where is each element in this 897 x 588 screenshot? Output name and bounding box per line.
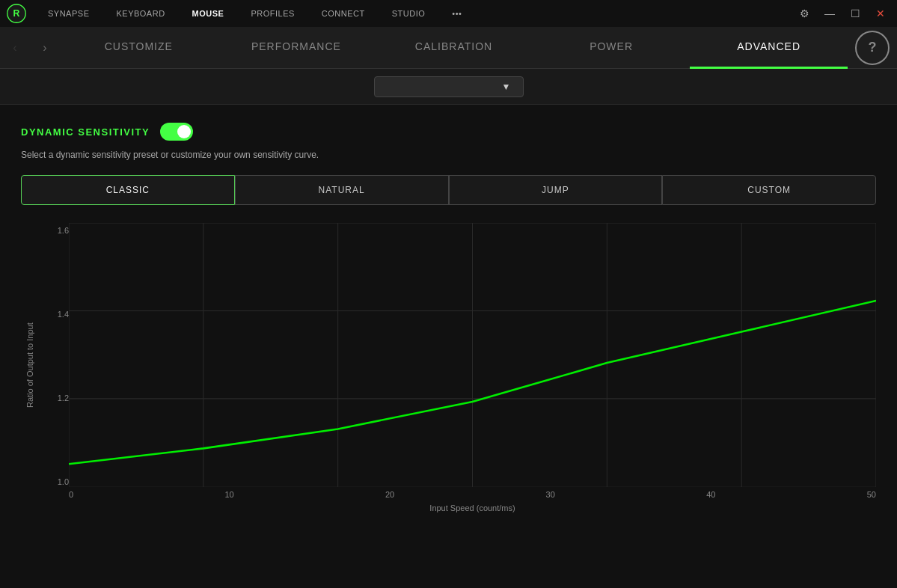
title-nav-item-keyboard[interactable]: KEYBOARD: [102, 0, 178, 27]
title-nav-item-more[interactable]: •••: [438, 0, 475, 27]
title-nav-item-mouse[interactable]: MOUSE: [179, 0, 238, 27]
title-nav-item-connect[interactable]: CONNECT: [308, 0, 379, 27]
settings-button[interactable]: ⚙: [794, 3, 815, 24]
maximize-button[interactable]: ☐: [845, 3, 866, 24]
preset-btn-natural[interactable]: NATURAL: [235, 175, 449, 205]
x-tick-0: 0: [69, 490, 73, 499]
y-tick-4: 1.0: [46, 477, 69, 486]
tab-forward-button[interactable]: ›: [30, 27, 60, 69]
y-tick-3: 1.2: [46, 393, 69, 402]
help-button[interactable]: ?: [855, 31, 890, 65]
x-tick-10: 10: [224, 490, 233, 499]
y-tick-1: 1.6: [46, 226, 69, 235]
section-description: Select a dynamic sensitivity preset or c…: [21, 150, 876, 160]
tab-power[interactable]: POWER: [533, 27, 691, 69]
minimize-button[interactable]: —: [819, 3, 840, 24]
title-nav-item-synapse[interactable]: SYNAPSE: [34, 0, 102, 27]
preset-btn-classic[interactable]: CLASSIC: [21, 175, 235, 205]
chart-area: 0 10 20 30 40 50 Input Speed (count/ms): [69, 223, 876, 507]
dynamic-sensitivity-label: DYNAMIC SENSITIVITY: [21, 126, 150, 138]
chart-container: Ratio of Output to Input 1.6 1.4 1.2 1.0: [21, 223, 876, 507]
x-axis-ticks: 0 10 20 30 40 50: [69, 487, 876, 499]
chart-x-axis-label: Input Speed (count/ms): [69, 499, 876, 512]
profile-dropdown[interactable]: ▼: [374, 76, 524, 97]
x-tick-20: 20: [385, 490, 394, 499]
dropdown-arrow-icon: ▼: [502, 82, 511, 92]
x-tick-30: 30: [546, 490, 555, 499]
dynamic-sensitivity-toggle[interactable]: [160, 123, 193, 141]
x-tick-50: 50: [867, 490, 876, 499]
title-nav-item-studio[interactable]: STUDIO: [379, 0, 439, 27]
toolbar-strip: ▼: [0, 69, 897, 105]
svg-text:R: R: [13, 8, 20, 19]
section-title: DYNAMIC SENSITIVITY: [21, 123, 876, 141]
main-content: DYNAMIC SENSITIVITY Select a dynamic sen…: [0, 105, 897, 588]
app-logo: R: [6, 3, 27, 24]
window-controls: ⚙ — ☐ ✕: [794, 3, 891, 24]
x-tick-40: 40: [706, 490, 715, 499]
preset-buttons: CLASSICNATURALJUMPCUSTOM: [21, 175, 876, 205]
close-button[interactable]: ✕: [870, 3, 891, 24]
preset-btn-jump[interactable]: JUMP: [449, 175, 663, 205]
title-nav: SYNAPSEKEYBOARDMOUSEPROFILESCONNECTSTUDI…: [34, 0, 794, 27]
y-tick-2: 1.4: [46, 310, 69, 319]
title-nav-item-profiles[interactable]: PROFILES: [237, 0, 307, 27]
tab-calibration[interactable]: CALIBRATION: [375, 27, 533, 69]
tab-back-button[interactable]: ‹: [0, 27, 30, 69]
preset-btn-custom[interactable]: CUSTOM: [662, 175, 876, 205]
tab-bar: ‹ › CUSTOMIZEPERFORMANCECALIBRATIONPOWER…: [0, 27, 897, 69]
title-bar: R SYNAPSEKEYBOARDMOUSEPROFILESCONNECTSTU…: [0, 0, 897, 27]
chart-y-axis-label: Ratio of Output to Input: [21, 223, 39, 507]
chart-svg: [69, 223, 876, 487]
tab-performance[interactable]: PERFORMANCE: [218, 27, 376, 69]
tab-customize[interactable]: CUSTOMIZE: [60, 27, 218, 69]
tab-advanced[interactable]: ADVANCED: [690, 27, 848, 69]
chart-inner: [69, 223, 876, 487]
